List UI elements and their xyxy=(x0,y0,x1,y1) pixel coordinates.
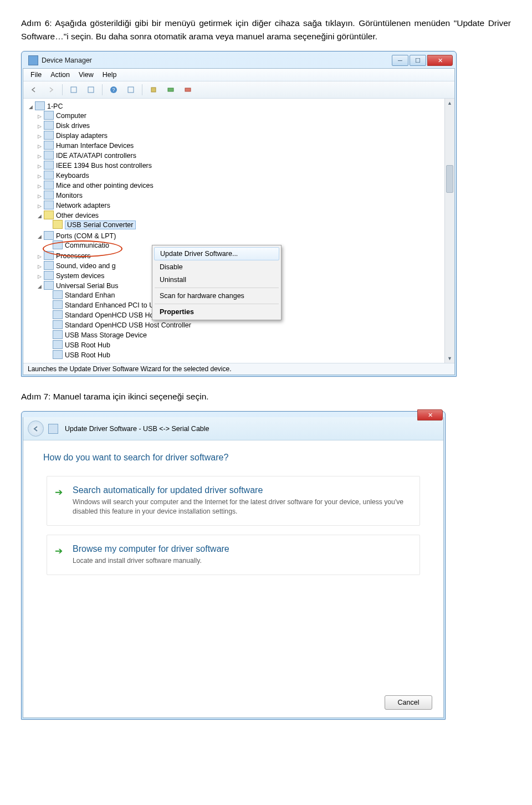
expand-icon[interactable]: ▷ xyxy=(37,134,42,139)
device-tree[interactable]: ◢1-PC ▷Computer ▷Disk drives ▷Display ad… xyxy=(23,99,444,363)
other-devices-node[interactable]: Other devices xyxy=(56,212,99,219)
tree-item[interactable]: IEEE 1394 Bus host controllers xyxy=(56,162,152,170)
svg-rect-1 xyxy=(88,87,94,93)
ports-node[interactable]: Ports (COM & LPT) xyxy=(56,232,116,240)
scroll-up-icon[interactable]: ▲ xyxy=(445,99,454,107)
root-node[interactable]: 1-PC xyxy=(47,102,63,110)
minimize-button[interactable]: ─ xyxy=(392,55,408,66)
tree-item[interactable]: System devices xyxy=(56,272,105,280)
tree-item[interactable]: Standard OpenHCD USB Host Controller xyxy=(65,321,191,329)
tree-item[interactable]: USB Root Hub xyxy=(65,351,110,359)
back-icon[interactable] xyxy=(27,83,41,96)
close-button[interactable]: ✕ xyxy=(427,55,453,66)
step6-text: Adım 6: Aşağıda gösterildiği gibi bir me… xyxy=(21,17,511,43)
collapse-icon[interactable]: ◢ xyxy=(28,104,33,110)
tree-item[interactable]: Communicatio xyxy=(65,242,109,249)
usb-icon xyxy=(53,310,63,319)
device-icon xyxy=(44,251,54,260)
warning-icon xyxy=(44,211,54,219)
expand-icon[interactable]: ▷ xyxy=(37,274,42,279)
ctx-update-driver[interactable]: Update Driver Software... xyxy=(154,247,279,260)
update-driver-dialog: ✕ Update Driver Software - USB <-> Seria… xyxy=(21,411,446,720)
svg-rect-6 xyxy=(168,88,173,91)
device-icon xyxy=(44,141,54,150)
tree-item[interactable]: USB Mass Storage Device xyxy=(65,331,147,339)
title-bar[interactable]: Device Manager ─ ☐ ✕ xyxy=(23,53,455,68)
expand-icon[interactable]: ▷ xyxy=(37,163,42,169)
menu-file[interactable]: File xyxy=(27,70,45,80)
tree-item[interactable]: Human Interface Devices xyxy=(56,142,134,150)
arrow-icon: ➔ xyxy=(55,545,63,557)
usb-icon xyxy=(53,330,63,339)
tree-item[interactable]: Mice and other pointing devices xyxy=(56,182,154,189)
tool-icon[interactable] xyxy=(124,83,138,96)
toolbar: ? xyxy=(23,81,454,99)
device-icon xyxy=(44,171,54,180)
ctx-properties[interactable]: Properties xyxy=(154,306,279,318)
tree-item[interactable]: Computer xyxy=(56,112,86,120)
expand-icon[interactable]: ▷ xyxy=(37,124,42,129)
usb-icon xyxy=(53,320,63,329)
status-bar: Launches the Update Driver Software Wiza… xyxy=(23,363,454,375)
expand-icon[interactable]: ▷ xyxy=(37,193,42,199)
tree-item[interactable]: Display adapters xyxy=(56,132,108,140)
help-icon[interactable]: ? xyxy=(106,83,121,96)
usb-controllers-node[interactable]: Universal Serial Bus xyxy=(56,282,119,290)
expand-icon[interactable]: ▷ xyxy=(37,203,42,209)
port-icon xyxy=(53,240,63,249)
collapse-icon[interactable]: ◢ xyxy=(37,213,42,219)
tree-item[interactable]: Standard Enhan xyxy=(65,291,115,299)
tool-icon[interactable] xyxy=(181,83,195,96)
expand-icon[interactable]: ▷ xyxy=(37,264,42,269)
dialog-title: Update Driver Software - USB <-> Serial … xyxy=(65,425,209,433)
expand-icon[interactable]: ▷ xyxy=(37,143,42,149)
option-desc: Windows will search your computer and th… xyxy=(73,498,410,516)
tool-icon[interactable] xyxy=(84,83,98,96)
tree-item[interactable]: Keyboards xyxy=(56,172,89,180)
menu-help[interactable]: Help xyxy=(99,70,121,80)
tree-item[interactable]: USB Root Hub xyxy=(65,341,110,349)
expand-icon[interactable]: ▷ xyxy=(37,183,42,189)
tool-icon[interactable] xyxy=(66,83,81,96)
device-icon xyxy=(44,271,54,280)
expand-icon[interactable]: ▷ xyxy=(37,114,42,119)
tree-item[interactable]: Network adapters xyxy=(56,202,110,209)
option-browse-computer[interactable]: ➔ Browse my computer for driver software… xyxy=(47,535,420,575)
device-icon xyxy=(44,131,54,140)
scroll-thumb[interactable] xyxy=(446,165,453,193)
tree-item[interactable]: Disk drives xyxy=(56,122,90,130)
device-icon xyxy=(44,201,54,209)
expand-icon[interactable]: ▷ xyxy=(37,153,42,159)
ports-icon xyxy=(44,231,54,240)
expand-icon[interactable]: ▷ xyxy=(37,173,42,179)
cancel-button[interactable]: Cancel xyxy=(385,695,432,710)
tree-item[interactable]: IDE ATA/ATAPI controllers xyxy=(56,152,136,160)
collapse-icon[interactable]: ◢ xyxy=(37,234,42,239)
tree-item[interactable]: Processors xyxy=(56,252,91,260)
scroll-down-icon[interactable]: ▼ xyxy=(445,354,454,363)
status-text: Launches the Update Driver Software Wiza… xyxy=(28,365,232,373)
option-title: Search automatically for updated driver … xyxy=(73,485,410,495)
tree-item[interactable]: Monitors xyxy=(56,192,83,199)
close-button[interactable]: ✕ xyxy=(417,409,443,421)
window-title: Device Manager xyxy=(42,57,92,64)
usb-serial-converter[interactable]: USB Serial Converter xyxy=(65,221,136,229)
collapse-icon[interactable]: ◢ xyxy=(37,284,42,289)
ctx-uninstall[interactable]: Uninstall xyxy=(154,274,279,286)
expand-icon[interactable]: ▷ xyxy=(37,254,42,259)
ctx-disable[interactable]: Disable xyxy=(154,261,279,273)
scan-icon[interactable] xyxy=(146,83,161,96)
fwd-icon[interactable] xyxy=(44,83,58,96)
menu-view[interactable]: View xyxy=(75,70,98,80)
back-button[interactable] xyxy=(28,421,44,437)
menu-action[interactable]: Action xyxy=(47,70,74,80)
device-icon xyxy=(44,261,54,270)
device-icon xyxy=(44,111,54,120)
dialog-icon xyxy=(48,424,58,434)
ctx-scan[interactable]: Scan for hardware changes xyxy=(154,290,279,302)
maximize-button[interactable]: ☐ xyxy=(410,55,426,66)
tool-icon[interactable] xyxy=(163,83,178,96)
option-search-auto[interactable]: ➔ Search automatically for updated drive… xyxy=(47,476,420,526)
scrollbar[interactable]: ▲ ▼ xyxy=(444,99,454,363)
tree-item[interactable]: Sound, video and g xyxy=(56,262,116,270)
